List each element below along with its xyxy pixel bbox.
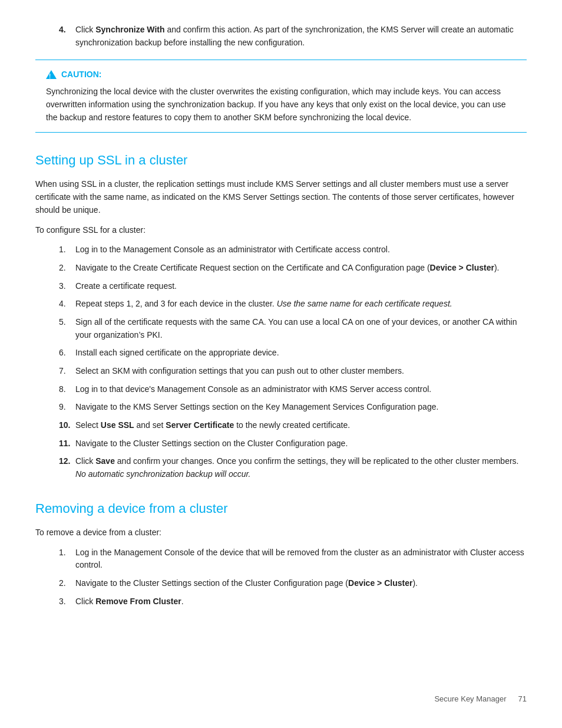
step-content: Log in to that device's Management Conso… (75, 383, 527, 396)
step-content: Click Remove From Cluster. (75, 595, 527, 608)
step-number: 1. (59, 546, 75, 572)
section1-steps: 1. Log in to the Management Console as a… (35, 243, 527, 481)
step-content: Repeat steps 1, 2, and 3 for each device… (75, 298, 527, 311)
section2-steps: 1. Log in the Management Console of the … (35, 546, 527, 608)
step-number: 7. (59, 365, 75, 378)
step-number: 1. (59, 243, 75, 256)
top-step-4: 4. Click Synchronize With and confirm th… (35, 24, 527, 49)
step-content: Log in to the Management Console as an a… (75, 243, 527, 256)
list-item: 2. Navigate to the Create Certificate Re… (35, 262, 527, 275)
step-number: 3. (59, 595, 75, 608)
inline-bold: Server Certificate (166, 420, 234, 430)
list-item: 12. Click Save and confirm your changes.… (35, 455, 527, 480)
inline-bold: Device > Cluster (430, 263, 494, 272)
list-item: 11. Navigate to the Cluster Settings sec… (35, 437, 527, 450)
step-content: Navigate to the Cluster Settings section… (75, 437, 527, 450)
list-item: 4. Repeat steps 1, 2, and 3 for each dev… (35, 298, 527, 311)
list-item: 10. Select Use SSL and set Server Certif… (35, 419, 527, 432)
list-item: 9. Navigate to the KMS Server Settings s… (35, 401, 527, 414)
caution-header: CAUTION: (46, 68, 516, 81)
step-number: 11. (59, 437, 75, 450)
list-item: 6. Install each signed certificate on th… (35, 347, 527, 360)
step-number: 9. (59, 401, 75, 414)
step-number: 12. (59, 455, 75, 480)
step-bold-1: Synchronize With (95, 25, 164, 34)
section1-configure-label: To configure SSL for a cluster: (35, 224, 527, 237)
step-content: Click Synchronize With and confirm this … (75, 24, 527, 49)
footer-brand: Secure Key Manager (434, 693, 506, 705)
list-item: 3. Create a certificate request. (35, 280, 527, 293)
caution-triangle-icon (46, 70, 57, 79)
step-number: 3. (59, 280, 75, 293)
inline-bold: Save (95, 456, 115, 466)
section2-title: Removing a device from a cluster (35, 499, 527, 518)
list-item: 5. Sign all of the certificate requests … (35, 316, 527, 341)
list-item: 1. Log in the Management Console of the … (35, 546, 527, 572)
step-number: 10. (59, 419, 75, 432)
step-number: 2. (59, 577, 75, 590)
caution-box: CAUTION: Synchronizing the local device … (35, 60, 527, 133)
inline-bold: Use SSL (101, 420, 134, 430)
list-item: 8. Log in to that device's Management Co… (35, 383, 527, 396)
inline-bold: Remove From Cluster (95, 597, 181, 606)
list-item: 7. Select an SKM with configuration sett… (35, 365, 527, 378)
step-content: Sign all of the certificate requests wit… (75, 316, 527, 341)
section1-title: Setting up SSL in a cluster (35, 150, 527, 170)
step-content: Click Save and confirm your changes. Onc… (75, 455, 527, 480)
section1-intro: When using SSL in a cluster, the replica… (35, 178, 527, 216)
inline-italic: Use the same name for each certificate r… (277, 299, 452, 308)
step-content: Create a certificate request. (75, 280, 527, 293)
list-item: 1. Log in to the Management Console as a… (35, 243, 527, 256)
step-number: 8. (59, 383, 75, 396)
step-number: 4. (59, 298, 75, 311)
inline-bold: Device > Cluster (348, 578, 412, 588)
caution-text: Synchronizing the local device with the … (46, 85, 516, 124)
step-content: Log in the Management Console of the dev… (75, 546, 527, 572)
list-item: 3. Click Remove From Cluster. (35, 595, 527, 608)
step-content: Select an SKM with configuration setting… (75, 365, 527, 378)
inline-italic: No automatic synchronization backup will… (75, 469, 251, 479)
step-number: 2. (59, 262, 75, 275)
list-item: 2. Navigate to the Cluster Settings sect… (35, 577, 527, 590)
section2-configure-label: To remove a device from a cluster: (35, 526, 527, 539)
step-text-prefix: Click (75, 25, 95, 34)
step-content: Navigate to the Cluster Settings section… (75, 577, 527, 590)
step-content: Navigate to the Create Certificate Reque… (75, 262, 527, 275)
step-content: Install each signed certificate on the a… (75, 347, 527, 360)
page-footer: Secure Key Manager 71 (434, 693, 527, 705)
caution-label: CAUTION: (61, 68, 101, 81)
step-number: 6. (59, 347, 75, 360)
step-number: 5. (59, 316, 75, 341)
step-number: 4. (59, 24, 75, 49)
footer-page-number: 71 (518, 693, 527, 705)
step-content: Select Use SSL and set Server Certificat… (75, 419, 527, 432)
step-content: Navigate to the KMS Server Settings sect… (75, 401, 527, 414)
